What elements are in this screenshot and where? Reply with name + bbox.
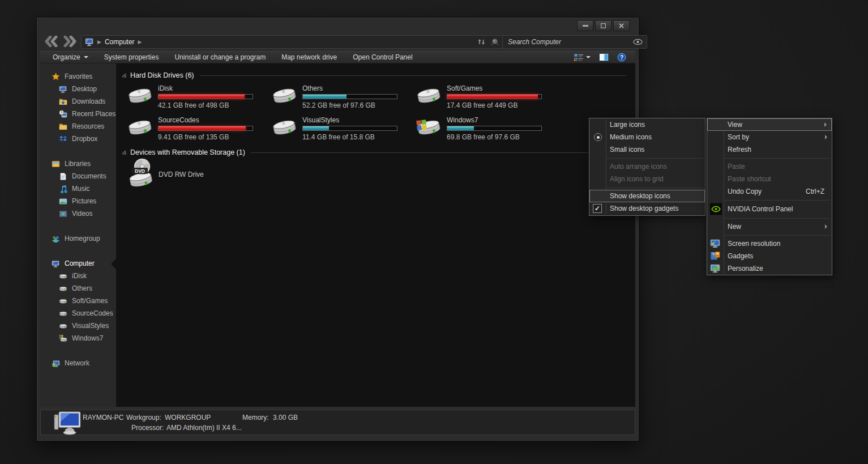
breadcrumb-computer[interactable]: Computer	[105, 38, 135, 46]
navigation-pane: Favorites Desktop Downloads Recent Place…	[40, 63, 116, 407]
help-button[interactable]: ?	[617, 53, 626, 62]
menu-item-auto-arrange-icons: Auto arrange icons	[589, 160, 705, 173]
downloads-folder-icon	[59, 97, 67, 106]
drive-name: SourceCodes	[158, 116, 261, 125]
menu-item-align-icons-to-grid: Align icons to grid	[589, 173, 705, 185]
computer-icon	[53, 411, 83, 435]
menu-item-personalize[interactable]: Personalize	[707, 262, 832, 275]
minimize-button[interactable]	[577, 20, 593, 31]
drive-tile-sourcecodes[interactable]: SourceCodes 9.41 GB free of 135 GB	[127, 116, 270, 146]
uninstall-program-button[interactable]: Uninstall or change a program	[166, 52, 273, 63]
sidebar-group-libraries[interactable]: Libraries	[40, 157, 116, 170]
menu-item-new[interactable]: New	[707, 220, 832, 233]
menu-item-sort-by[interactable]: Sort by	[707, 131, 832, 143]
system-properties-button[interactable]: System properties	[96, 52, 167, 63]
refresh-icon[interactable]	[478, 38, 485, 46]
sidebar-item-downloads[interactable]: Downloads	[40, 95, 116, 108]
go-search-icon[interactable]	[490, 38, 499, 46]
sidebar-item-resources[interactable]: Resources	[40, 120, 116, 133]
organize-button[interactable]: Organize	[40, 52, 96, 63]
sidebar-item-others[interactable]: Others	[40, 282, 116, 295]
hard-drive-icon	[272, 85, 298, 108]
memory-label: Memory:	[242, 414, 269, 422]
sidebar-group-label: Network	[65, 359, 89, 367]
menu-item-large-icons[interactable]: Large icons	[589, 118, 705, 131]
drive-name: Windows7	[447, 116, 550, 125]
menu-item-refresh[interactable]: Refresh	[707, 143, 832, 156]
address-bar[interactable]: ▶ Computer ▶	[81, 35, 504, 49]
system-properties-label: System properties	[104, 53, 159, 61]
sidebar-item-videos[interactable]: Videos	[40, 207, 116, 220]
menu-item-medium-icons[interactable]: Medium icons	[589, 131, 705, 143]
dvd-drive-icon: DVD	[127, 157, 155, 188]
menu-item-nvidia-control-panel[interactable]: NVIDIA Control Panel	[707, 202, 832, 216]
sidebar-group-favorites[interactable]: Favorites	[40, 70, 116, 83]
back-button[interactable]	[44, 35, 59, 48]
desktop-icon	[59, 85, 67, 93]
menu-item-paste-shortcut: Paste shortcut	[707, 173, 832, 185]
sidebar-item-sourcecodes[interactable]: SourceCodes	[40, 307, 116, 320]
menu-item-label: Personalize	[728, 265, 763, 273]
svg-text:?: ?	[620, 54, 623, 61]
sidebar-item-windows7[interactable]: Windows7	[40, 332, 116, 344]
sidebar-item-desktop[interactable]: Desktop	[40, 83, 116, 95]
homegroup-icon	[52, 235, 60, 243]
menu-item-label: View	[728, 121, 742, 129]
menu-item-label: Gadgets	[728, 252, 753, 260]
drive-tile-soft-games[interactable]: Soft/Games 17.4 GB free of 449 GB	[416, 84, 559, 114]
sidebar-group-label: Libraries	[65, 160, 91, 168]
view-submenu: Large icons Medium icons Small icons Aut…	[589, 118, 705, 216]
maximize-button[interactable]	[595, 20, 612, 31]
sidebar-item-label: Resources	[72, 122, 104, 130]
sidebar-item-visualstyles[interactable]: VisualStyles	[40, 320, 116, 332]
sidebar-item-idisk[interactable]: iDisk	[40, 270, 116, 282]
menu-item-gadgets[interactable]: Gadgets	[707, 250, 832, 262]
personalize-icon	[710, 264, 720, 273]
drive-tile-idisk[interactable]: iDisk 42.1 GB free of 498 GB	[127, 84, 270, 114]
forward-button[interactable]	[62, 35, 78, 48]
close-button[interactable]	[613, 20, 630, 31]
menu-item-show-desktop-gadgets[interactable]: ✓ Show desktop gadgets	[589, 202, 705, 215]
open-control-panel-button[interactable]: Open Control Panel	[345, 52, 420, 63]
disk-usage-fill	[447, 126, 474, 130]
details-pane: RAYMON-PC Workgroup: WORKGROUP Memory: 3…	[40, 410, 635, 435]
drive-name: iDisk	[158, 84, 261, 93]
sidebar-item-recent-places[interactable]: Recent Places	[40, 108, 116, 120]
sidebar-group-label: Computer	[65, 259, 95, 267]
sidebar-item-soft-games[interactable]: Soft/Games	[40, 295, 116, 307]
sidebar-group-computer[interactable]: Computer	[40, 257, 116, 270]
menu-item-screen-resolution[interactable]: Screen resolution	[707, 237, 832, 250]
drive-tile-windows7[interactable]: Windows7 69.8 GB free of 97.6 GB	[416, 116, 559, 146]
organize-label: Organize	[53, 53, 80, 61]
sidebar-group-network[interactable]: Network	[40, 357, 116, 369]
file-list-area: Hard Disk Drives (6) iDisk 42.1 GB free …	[116, 63, 635, 407]
sidebar-item-dropbox[interactable]: Dropbox	[40, 133, 116, 145]
menu-item-small-icons[interactable]: Small icons	[589, 143, 705, 156]
menu-item-label: Sort by	[728, 133, 749, 141]
section-header-removable-storage[interactable]: Devices with Removable Storage (1)	[122, 148, 626, 157]
menu-item-undo-copy[interactable]: Undo Copy Ctrl+Z	[707, 185, 832, 198]
menu-item-view[interactable]: View	[707, 118, 832, 131]
change-view-button[interactable]	[574, 54, 591, 61]
uninstall-program-label: Uninstall or change a program	[174, 53, 266, 61]
sidebar-item-music[interactable]: Music	[40, 182, 116, 195]
map-network-drive-button[interactable]: Map network drive	[273, 52, 345, 63]
menu-item-show-desktop-icons[interactable]: Show desktop icons	[589, 190, 705, 202]
dvd-drive-tile[interactable]: DVD DVD RW Drive	[127, 157, 269, 189]
submenu-arrow-icon	[824, 122, 827, 127]
sidebar-item-pictures[interactable]: Pictures	[40, 195, 116, 207]
drive-tile-others[interactable]: Others 52.2 GB free of 97.6 GB	[272, 84, 414, 114]
sidebar-item-label: Videos	[72, 210, 92, 218]
menu-item-label: Show desktop icons	[610, 192, 670, 200]
views-icon	[574, 54, 583, 61]
search-icon[interactable]	[633, 39, 643, 45]
preview-pane-button[interactable]	[599, 53, 609, 61]
search-input[interactable]	[507, 37, 633, 46]
sidebar-item-label: Desktop	[72, 85, 97, 93]
forward-icon	[62, 36, 77, 47]
hard-drive-icon	[272, 117, 298, 139]
sidebar-item-documents[interactable]: Documents	[40, 170, 116, 182]
section-header-hard-disk-drives[interactable]: Hard Disk Drives (6)	[122, 71, 626, 80]
drive-tile-visualstyles[interactable]: VisualStyles 11.4 GB free of 15.8 GB	[272, 116, 414, 146]
sidebar-group-homegroup[interactable]: Homegroup	[40, 232, 116, 245]
